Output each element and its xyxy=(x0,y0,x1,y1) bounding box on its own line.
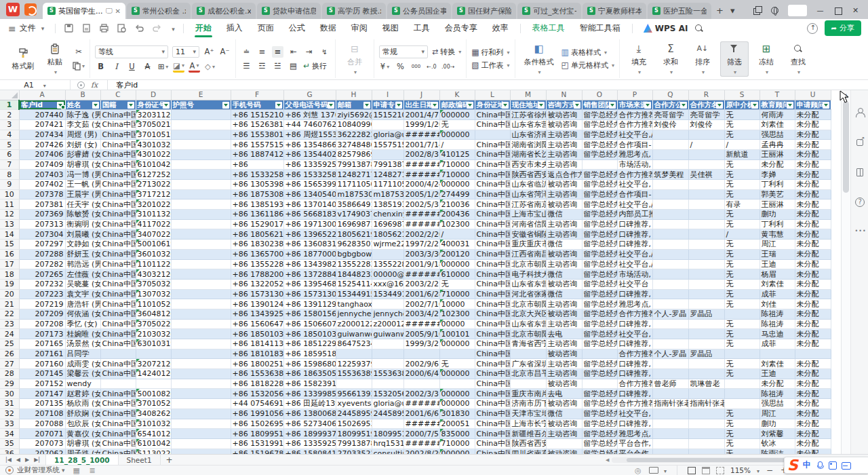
header-cell[interactable]: 护照号 xyxy=(171,100,231,110)
cell[interactable]: 强思喆 xyxy=(760,130,795,140)
cell[interactable]: China中国 xyxy=(475,429,510,439)
currency-icon[interactable] xyxy=(379,61,391,73)
header-cell[interactable]: 客户id xyxy=(19,100,65,110)
outline-icon[interactable] xyxy=(90,466,98,474)
board-icon[interactable] xyxy=(73,466,81,474)
align-top-icon[interactable] xyxy=(241,46,252,58)
cell[interactable]: China中国 xyxy=(100,299,136,309)
cell[interactable]: 凯琳曾老 xyxy=(688,379,724,389)
column-letter-T[interactable]: T xyxy=(760,90,795,100)
cell[interactable] xyxy=(688,419,724,429)
column-letter-F[interactable]: F xyxy=(231,90,283,100)
cell[interactable]: +86 1580841999 xyxy=(283,449,336,454)
cell[interactable]: 衡琬明 (女 xyxy=(65,219,100,229)
row-number[interactable]: 28 xyxy=(0,369,19,379)
cell[interactable]: 留学总经办 xyxy=(582,399,617,409)
cell[interactable]: 山东省济南 xyxy=(510,130,546,140)
cell[interactable]: China中国 xyxy=(100,189,136,200)
cell[interactable]: 何雨涛 xyxy=(760,110,795,120)
cell[interactable]: ziyi5692@q xyxy=(336,110,372,120)
cell[interactable]: +86 15731301 xyxy=(231,289,283,299)
cell[interactable]: China中国 xyxy=(100,170,136,180)
cell[interactable]: 社交平台,/ xyxy=(617,130,652,140)
cell[interactable] xyxy=(372,379,403,389)
cell[interactable]: 未分配 xyxy=(795,110,831,120)
cell[interactable]: 150269534 xyxy=(336,419,372,429)
borders-icon[interactable] xyxy=(157,61,169,73)
cell[interactable] xyxy=(652,180,688,190)
cell[interactable]: 未分配 xyxy=(795,219,831,229)
cell[interactable]: 刘素佳 xyxy=(760,359,795,369)
row-number[interactable]: 33 xyxy=(0,419,19,429)
cell[interactable]: 市场活动, xyxy=(617,159,652,170)
cell[interactable]: +86 15538019 xyxy=(231,130,283,140)
file-tab[interactable]: S贷款申请信息.xlsx xyxy=(257,3,321,19)
cell[interactable]: +86 13439252 xyxy=(231,309,283,319)
cell[interactable]: 河北省张家 xyxy=(510,289,546,299)
cell[interactable]: +86 1565399710 xyxy=(283,180,336,190)
cell[interactable]: 825798695XXX@163. xyxy=(336,149,372,159)
convert-button[interactable]: 转换 xyxy=(432,47,461,57)
cell[interactable]: 留学总经办 xyxy=(582,329,617,339)
cell[interactable]: +86 18056219 xyxy=(231,229,283,240)
cell[interactable]: 合作方推荐 xyxy=(617,349,652,359)
add-sheet-button[interactable] xyxy=(166,455,173,465)
cell[interactable] xyxy=(652,130,688,140)
cell[interactable]: 留学总经办 xyxy=(582,309,617,319)
page-layout-icon[interactable] xyxy=(702,467,710,474)
cell[interactable] xyxy=(652,369,688,379)
cell[interactable]: 成菲 xyxy=(760,339,795,349)
cell[interactable]: consulting xyxy=(372,449,403,454)
cell[interactable]: 吕同学 xyxy=(65,349,100,359)
row-number[interactable]: 9 xyxy=(0,180,19,190)
cell[interactable]: 留学总经办 xyxy=(582,180,617,190)
cell[interactable]: 口碑推荐, xyxy=(617,359,652,369)
font-name-select[interactable]: 等线 xyxy=(95,45,168,58)
save-icon[interactable] xyxy=(64,23,74,33)
cell[interactable]: +86 13053983 xyxy=(231,180,283,190)
cell[interactable]: 留学总经办 xyxy=(582,210,617,220)
cell[interactable]: 唐浩轩 (男 xyxy=(65,299,100,309)
cell[interactable]: +86 1598680231 xyxy=(283,359,336,369)
cell[interactable]: 筑梦美程 xyxy=(652,170,688,180)
number-format-select[interactable]: 常规 xyxy=(379,45,428,58)
cell[interactable]: +86 1580156591 xyxy=(283,309,336,319)
cell[interactable]: 何依涵 (女 xyxy=(65,309,100,319)
row-number[interactable]: 15 xyxy=(0,240,19,250)
cell[interactable]: 无 xyxy=(724,159,760,170)
minimize-button[interactable] xyxy=(816,6,825,15)
cell[interactable]: 留学总经办 xyxy=(582,319,617,329)
cell[interactable]: China中国 xyxy=(475,159,510,170)
cell[interactable]: 强思喆 xyxy=(760,399,795,409)
cell[interactable]: 王一帆 (男 xyxy=(65,180,100,190)
cell[interactable]: 口碑推荐, xyxy=(617,369,652,379)
sheet-tab-active[interactable]: 11_28_5_1000 xyxy=(45,455,119,465)
cell[interactable]: 无 xyxy=(724,449,760,454)
cell[interactable]: 207369 xyxy=(19,210,65,220)
share-button[interactable]: 分享 xyxy=(825,20,861,36)
cell[interactable] xyxy=(510,349,546,359)
cell[interactable]: 王丽淋 xyxy=(760,200,795,210)
cell[interactable]: +86 15536380 xyxy=(231,369,283,379)
column-letter-C[interactable]: C xyxy=(100,90,136,100)
cell[interactable]: 陈祖涛 xyxy=(760,309,795,319)
more-tools-icon[interactable] xyxy=(855,227,865,237)
cell[interactable]: ######## xyxy=(403,170,439,180)
cell[interactable]: 370502199901260083 xyxy=(136,119,171,130)
cell[interactable]: 207288 xyxy=(19,249,65,259)
cell[interactable]: +86 18182281 xyxy=(231,379,283,389)
cell[interactable]: 未分配 xyxy=(760,159,795,170)
cell[interactable]: 孟冉冉 xyxy=(760,140,795,150)
filter-dropdown-icon[interactable] xyxy=(751,102,758,109)
cell[interactable]: 舒欣娴 (女 xyxy=(65,408,100,419)
cell[interactable]: 无 xyxy=(724,279,760,289)
cell[interactable] xyxy=(688,180,724,190)
cell[interactable] xyxy=(652,159,688,170)
header-cell[interactable]: 国籍 xyxy=(100,100,136,110)
cell[interactable]: China中国 xyxy=(475,249,510,259)
cell[interactable]: 未分配 xyxy=(795,259,831,269)
scroll-up-icon[interactable] xyxy=(842,91,850,100)
cell[interactable]: 韩浩远 (男 xyxy=(65,259,100,269)
increase-indent-icon[interactable] xyxy=(303,46,315,58)
cell[interactable] xyxy=(688,149,724,159)
